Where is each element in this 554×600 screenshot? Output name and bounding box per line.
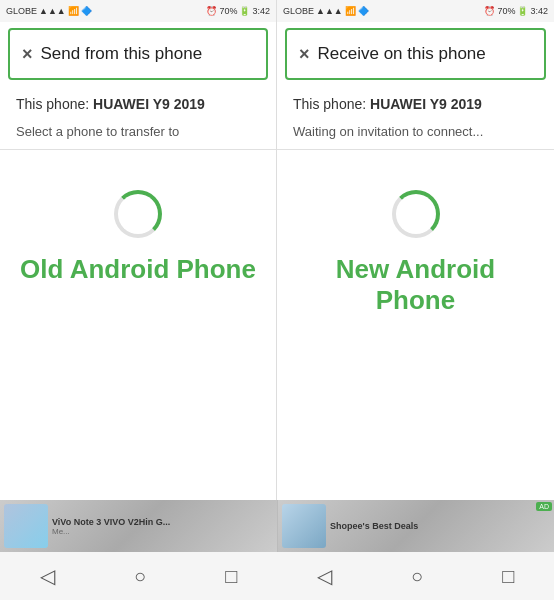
ad-left-thumbnail	[4, 504, 48, 548]
globe-text-right: GLOBE	[283, 6, 314, 16]
bluetooth-icon-left: 🔷	[81, 6, 92, 16]
receive-phone-info: This phone: HUAWEI Y9 2019	[277, 86, 554, 118]
receive-panel-title: Receive on this phone	[318, 44, 486, 64]
time-right: 3:42	[530, 6, 548, 16]
ad-strip[interactable]: ViVo Note 3 VIVO V2Hin G... Me... Shopee…	[0, 500, 554, 552]
send-panel-title: Send from this phone	[41, 44, 203, 64]
nav-home-left[interactable]: ○	[134, 565, 146, 588]
ad-right-text: Shopee's Best Deals	[326, 519, 550, 533]
receive-loading-spinner	[392, 190, 440, 238]
nav-recent-right[interactable]: □	[502, 565, 514, 588]
alarm-icon-right: ⏰	[484, 6, 495, 16]
receive-phone-role-label: New Android Phone	[293, 254, 538, 316]
battery-text-right: 70%	[497, 6, 515, 16]
send-phone-role-label: Old Android Phone	[20, 254, 256, 285]
receive-spinner-container: New Android Phone	[277, 160, 554, 326]
ad-left-sub: Me...	[52, 527, 269, 536]
receive-close-button[interactable]: ×	[299, 44, 310, 65]
send-phone-label: This phone:	[16, 96, 89, 112]
receive-phone-model: HUAWEI Y9 2019	[370, 96, 482, 112]
bottom-nav-left: ◁ ○ □	[0, 552, 277, 600]
receive-divider	[277, 149, 554, 150]
ad-left[interactable]: ViVo Note 3 VIVO V2Hin G... Me...	[0, 500, 277, 552]
status-bar-right: GLOBE ▲▲▲ 📶 🔷 ⏰ 70% 🔋 3:42	[277, 0, 554, 22]
screen-container: GLOBE ▲▲▲ 📶 🔷 ⏰ 70% 🔋 3:42 GLOBE ▲▲▲ 📶 🔷…	[0, 0, 554, 600]
receive-panel-header: × Receive on this phone	[285, 28, 546, 80]
ad-left-text: ViVo Note 3 VIVO V2Hin G... Me...	[48, 515, 273, 538]
signal-icon-right: ▲▲▲	[316, 6, 343, 16]
bottom-nav-right: ◁ ○ □	[277, 552, 554, 600]
wifi-icon-right: 📶	[345, 6, 356, 16]
ad-right-title: Shopee's Best Deals	[330, 521, 546, 531]
nav-back-right[interactable]: ◁	[317, 564, 332, 588]
send-divider	[0, 149, 276, 150]
status-bars: GLOBE ▲▲▲ 📶 🔷 ⏰ 70% 🔋 3:42 GLOBE ▲▲▲ 📶 🔷…	[0, 0, 554, 22]
ad-right[interactable]: Shopee's Best Deals AD	[277, 500, 554, 552]
nav-back-left[interactable]: ◁	[40, 564, 55, 588]
wifi-icon-left: 📶	[68, 6, 79, 16]
send-loading-spinner	[114, 190, 162, 238]
status-right-icons-right: ⏰ 70% 🔋 3:42	[484, 6, 548, 16]
status-left-icons-right: GLOBE ▲▲▲ 📶 🔷	[283, 6, 369, 16]
signal-icon-left: ▲▲▲	[39, 6, 66, 16]
status-bar-left: GLOBE ▲▲▲ 📶 🔷 ⏰ 70% 🔋 3:42	[0, 0, 277, 22]
send-spinner-container: Old Android Phone	[0, 160, 276, 295]
battery-icon-left: 🔋	[239, 6, 250, 16]
nav-home-right[interactable]: ○	[411, 565, 423, 588]
ad-right-thumbnail	[282, 504, 326, 548]
status-right-icons-left: ⏰ 70% 🔋 3:42	[206, 6, 270, 16]
send-close-button[interactable]: ×	[22, 44, 33, 65]
receive-sub-text: Waiting on invitation to connect...	[277, 118, 554, 149]
ad-left-title: ViVo Note 3 VIVO V2Hin G...	[52, 517, 269, 527]
globe-text-left: GLOBE	[6, 6, 37, 16]
alarm-icon-left: ⏰	[206, 6, 217, 16]
battery-text-left: 70%	[219, 6, 237, 16]
ad-right-badge: AD	[536, 502, 552, 511]
status-left-icons-left: GLOBE ▲▲▲ 📶 🔷	[6, 6, 92, 16]
receive-phone-label: This phone:	[293, 96, 366, 112]
bluetooth-icon-right: 🔷	[358, 6, 369, 16]
nav-recent-left[interactable]: □	[225, 565, 237, 588]
send-phone-model: HUAWEI Y9 2019	[93, 96, 205, 112]
send-panel-header: × Send from this phone	[8, 28, 268, 80]
bottom-nav-container: ◁ ○ □ ◁ ○ □	[0, 552, 554, 600]
send-phone-info: This phone: HUAWEI Y9 2019	[0, 86, 276, 118]
battery-icon-right: 🔋	[517, 6, 528, 16]
send-sub-text: Select a phone to transfer to	[0, 118, 276, 149]
time-left: 3:42	[252, 6, 270, 16]
